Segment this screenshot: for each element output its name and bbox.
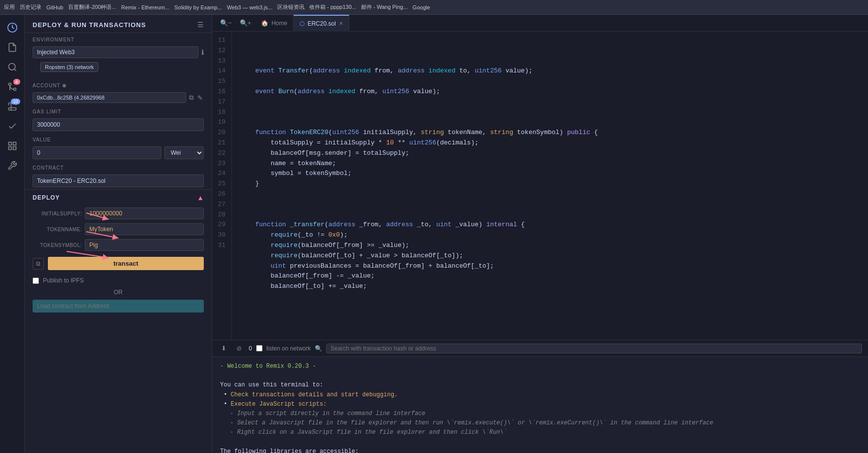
tokensymbol-input[interactable] bbox=[85, 239, 204, 251]
home-tab-label: Home bbox=[271, 20, 287, 27]
line-numbers: 1112131415161718192021222324252627282930… bbox=[212, 32, 232, 340]
svg-rect-6 bbox=[13, 142, 16, 145]
add-account-icon[interactable]: ⊕ bbox=[62, 83, 67, 88]
git-badge: 4 bbox=[13, 79, 20, 85]
terminal-welcome: - Welcome to Remix 0.20.3 - bbox=[220, 362, 860, 371]
code-content[interactable]: event Transfer(address indexed from, add… bbox=[232, 32, 868, 340]
solidity-icon: ⬡ bbox=[300, 20, 304, 27]
gas-limit-row bbox=[25, 116, 212, 133]
environment-label: ENVIRONMENT bbox=[25, 33, 212, 44]
browser-tab[interactable]: Remix - Ethereum... bbox=[121, 4, 169, 10]
sidebar-git-icon[interactable]: 4 bbox=[3, 78, 21, 96]
sidebar-plugin-icon[interactable]: 10 bbox=[3, 98, 21, 115]
account-select[interactable]: 0xCdb...8c25B (4.26829968 bbox=[33, 92, 186, 103]
svg-point-4 bbox=[8, 83, 11, 86]
copy-transact-button[interactable]: ⧉ bbox=[33, 258, 44, 270]
editor-right: 🔍− 🔍+ 🏠 Home ⬡ ERC20.sol ✕ 1112131415161… bbox=[212, 15, 868, 453]
icon-sidebar: 4 10 bbox=[0, 15, 25, 453]
environment-select[interactable]: Injected Web3 bbox=[33, 46, 198, 58]
svg-point-3 bbox=[13, 88, 16, 91]
search-icon: 🔍 bbox=[315, 345, 322, 352]
transact-row: ⧉ transact bbox=[25, 253, 212, 274]
initialsupply-label: INITIALSUPPLY: bbox=[33, 211, 82, 216]
collapse-icon[interactable]: ▲ bbox=[197, 194, 204, 202]
sidebar-files-icon[interactable] bbox=[3, 38, 21, 56]
terminal-line: • Execute JavaScript scripts: bbox=[220, 400, 860, 409]
stop-button[interactable]: ⊘ bbox=[233, 344, 245, 353]
browser-tab[interactable]: 收件箱 - pppp130... bbox=[309, 3, 356, 11]
browser-tab[interactable]: Google bbox=[413, 4, 430, 10]
or-label: OR bbox=[25, 287, 212, 298]
tab-close-icon[interactable]: ✕ bbox=[339, 21, 343, 26]
publish-label: Publish to IPFS bbox=[43, 277, 84, 284]
down-arrow-button[interactable]: ⬇ bbox=[218, 344, 229, 353]
listen-label: listen on network bbox=[266, 345, 311, 352]
browser-tab[interactable]: 邮件 - Wang Ping... bbox=[361, 3, 408, 11]
editor-tabs: 🔍− 🔍+ 🏠 Home ⬡ ERC20.sol ✕ bbox=[212, 15, 868, 32]
value-row: Wei bbox=[25, 144, 212, 161]
home-tab[interactable]: 🏠 Home bbox=[255, 15, 294, 32]
browser-tab[interactable]: 区块链资讯 bbox=[277, 3, 304, 11]
transact-button[interactable]: transact bbox=[48, 257, 204, 270]
browser-tab[interactable]: 百度翻译-200种语... bbox=[68, 3, 116, 11]
gas-limit-label: GAS LIMIT bbox=[25, 105, 212, 116]
tokenname-row: TOKENNAME: bbox=[25, 221, 212, 237]
panel-title: DEPLOY & RUN TRANSACTIONS bbox=[33, 21, 146, 29]
terminal-line: - Input a script directly in the command… bbox=[230, 409, 860, 418]
browser-tab[interactable]: GitHub bbox=[46, 4, 63, 10]
initialsupply-row: INITIALSUPPLY: bbox=[25, 206, 212, 221]
publish-checkbox[interactable] bbox=[33, 278, 39, 284]
contract-row: TokenERC20 - ERC20.sol bbox=[25, 173, 212, 189]
terminal-line: • Check transactions details and start d… bbox=[220, 390, 860, 400]
edit-account-button[interactable]: ✎ bbox=[196, 93, 204, 103]
deploy-panel: DEPLOY & RUN TRANSACTIONS ☰ ENVIRONMENT … bbox=[25, 15, 212, 453]
gas-limit-input[interactable] bbox=[33, 118, 204, 131]
copy-account-button[interactable]: ⧉ bbox=[188, 93, 194, 103]
listen-checkbox[interactable] bbox=[256, 345, 263, 351]
sidebar-deploy-icon[interactable] bbox=[3, 137, 21, 155]
account-label: ACCOUNT ⊕ bbox=[25, 79, 212, 90]
browser-tab[interactable]: 历史记录 bbox=[20, 3, 41, 11]
search-bar bbox=[326, 344, 862, 353]
svg-line-2 bbox=[14, 69, 16, 71]
panel-menu-icon[interactable]: ☰ bbox=[197, 21, 204, 29]
account-row: 0xCdb...8c25B (4.26829968 ⧉ ✎ bbox=[25, 90, 212, 105]
code-container: 1112131415161718192021222324252627282930… bbox=[212, 32, 868, 340]
sidebar-search-icon[interactable] bbox=[3, 58, 21, 76]
file-tab[interactable]: ⬡ ERC20.sol ✕ bbox=[294, 15, 349, 32]
at-address-input[interactable] bbox=[33, 300, 204, 313]
svg-rect-8 bbox=[8, 147, 11, 150]
sidebar-home-icon[interactable] bbox=[3, 19, 21, 36]
network-badge[interactable]: Ropsten (3) network bbox=[40, 62, 98, 72]
initialsupply-input[interactable] bbox=[85, 208, 204, 219]
bottom-panel: ⬇ ⊘ 0 listen on network 🔍 - Welcome to R… bbox=[212, 340, 868, 453]
tokenname-input[interactable] bbox=[85, 223, 204, 235]
browser-tab[interactable]: Solidity by Examp... bbox=[174, 4, 222, 10]
info-icon[interactable]: ℹ bbox=[201, 48, 204, 56]
environment-row: Injected Web3 ℹ bbox=[25, 44, 212, 60]
terminal-line: - Select a Javascript file in the file e… bbox=[230, 418, 860, 428]
sidebar-verify-icon[interactable] bbox=[3, 117, 21, 135]
zoom-in-button[interactable]: 🔍+ bbox=[236, 17, 256, 29]
value-label: VALUE bbox=[25, 133, 212, 144]
tokenname-label: TOKENNAME: bbox=[33, 227, 82, 232]
zoom-out-button[interactable]: 🔍− bbox=[216, 17, 236, 29]
browser-tab[interactable]: 应用 bbox=[4, 3, 15, 11]
unit-select[interactable]: Wei bbox=[164, 146, 204, 159]
sidebar-wrench-icon[interactable] bbox=[3, 157, 21, 174]
browser-bar: 应用 历史记录 GitHub 百度翻译-200种语... Remix - Eth… bbox=[0, 0, 868, 15]
terminal-line: The following libraries are accessible: bbox=[220, 447, 860, 453]
plugin-badge: 10 bbox=[11, 99, 20, 105]
search-input[interactable] bbox=[331, 345, 858, 352]
deploy-header: DEPLOY ▲ bbox=[25, 189, 212, 206]
svg-rect-7 bbox=[13, 147, 16, 150]
home-icon: 🏠 bbox=[261, 20, 268, 27]
terminal-content: - Welcome to Remix 0.20.3 - You can use … bbox=[212, 357, 868, 453]
value-input[interactable] bbox=[33, 146, 161, 159]
terminal-line: You can use this terminal to: bbox=[220, 381, 860, 390]
editor-area: 🔍− 🔍+ 🏠 Home ⬡ ERC20.sol ✕ 1112131415161… bbox=[212, 15, 868, 340]
browser-tab[interactable]: Web3 — web3.js... bbox=[227, 4, 272, 10]
contract-select[interactable]: TokenERC20 - ERC20.sol bbox=[33, 174, 204, 187]
bottom-toolbar: ⬇ ⊘ 0 listen on network 🔍 bbox=[212, 340, 868, 357]
svg-rect-5 bbox=[8, 142, 11, 145]
